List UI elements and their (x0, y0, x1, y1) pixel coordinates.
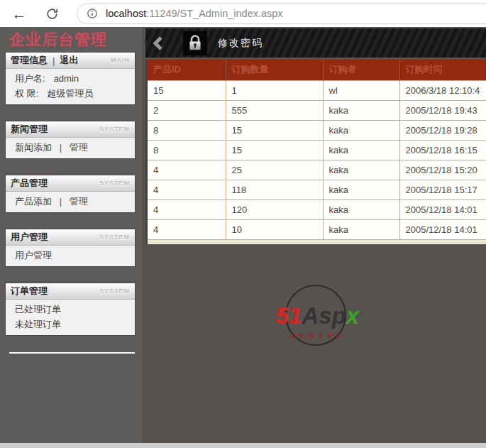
column-header-quantity: 订购数量 (226, 60, 323, 80)
cell-order-time: 2005/12/18 14:01 (399, 219, 486, 239)
table-row: 2 555 kaka 2005/12/18 19:43 (148, 100, 486, 120)
orders-table-container: 产品ID 订购数量 订购者 订购时间 15 1 wl 2006/3/18 12:… (145, 60, 486, 244)
product-box-header: 产品管理 SYSTEM (6, 175, 135, 192)
logout-link[interactable]: 退出 (60, 54, 78, 67)
system-tag: SYSTEM (99, 126, 130, 133)
logo-51: 51 (276, 302, 302, 329)
cell-quantity: 555 (226, 100, 323, 120)
logo-wordmark: 51Aspx (255, 303, 380, 329)
news-management-box: 新闻管理 SYSTEM 新闻添加 | 管理 (6, 121, 135, 158)
username-value: admin (54, 73, 79, 84)
sidebar-divider (9, 352, 135, 354)
url-host: localhost (106, 8, 146, 19)
role-label: 权 限: (15, 88, 38, 99)
user-box-title: 用户管理 (11, 231, 48, 244)
user-box-header: 用户管理 SYSTEM (6, 229, 135, 246)
logo-asp: Asp (302, 302, 346, 329)
cell-quantity: 15 (226, 120, 323, 140)
cell-order-time: 2005/12/18 16:15 (399, 140, 486, 160)
admin-info-box-body: 用户名:admin 权 限:超级管理员 (6, 69, 135, 104)
address-bar[interactable]: localhost:11249/ST_Admin_index.aspx (77, 4, 486, 24)
url-text: localhost:11249/ST_Admin_index.aspx (106, 8, 283, 19)
separator: | (60, 142, 62, 153)
news-manage-link[interactable]: 管理 (70, 142, 88, 153)
cell-order-time: 2005/12/18 19:43 (399, 100, 486, 120)
username-label: 用户名: (15, 73, 45, 84)
processed-orders-link[interactable]: 已处理订单 (15, 304, 61, 315)
product-management-box: 产品管理 SYSTEM 产品添加 | 管理 (6, 175, 135, 212)
order-management-box: 订单管理 SYSTEM 已处理订单 未处理订单 (6, 283, 135, 335)
lock-icon (187, 34, 203, 52)
orders-table: 产品ID 订购数量 订购者 订购时间 15 1 wl 2006/3/18 12:… (148, 60, 486, 239)
cell-product-id: 4 (148, 160, 226, 180)
admin-info-box-header: 管理信息 | 退出 MAIN (6, 53, 135, 69)
51aspx-logo: 51Aspx 源码服务专家 (255, 285, 380, 356)
browser-toolbar: ← localhost:11249/ST_Admin_index.aspx (0, 0, 486, 27)
table-row: 4 25 kaka 2005/12/18 15:20 (148, 160, 486, 180)
table-row: 4 118 kaka 2005/12/18 15:17 (148, 180, 486, 200)
role-value: 超级管理员 (47, 88, 93, 99)
browser-reload-button[interactable] (41, 3, 62, 24)
product-add-link[interactable]: 产品添加 (15, 196, 52, 207)
browser-back-button[interactable]: ← (9, 3, 30, 24)
system-tag: SYSTEM (99, 234, 130, 241)
change-password-label[interactable]: 修改密码 (218, 37, 263, 50)
reload-icon (45, 7, 59, 21)
user-manage-link[interactable]: 用户管理 (15, 250, 52, 261)
site-info-icon[interactable] (87, 8, 98, 19)
main-tag: MAIN (111, 57, 130, 64)
product-box-body: 产品添加 | 管理 (6, 192, 135, 212)
main-content: 修改密码 产品ID 订购数量 订购者 订购时间 15 1 (142, 27, 486, 448)
admin-info-link[interactable]: 管理信息 (11, 54, 48, 67)
table-row: 4 120 kaka 2005/12/18 14:01 (148, 200, 486, 219)
unprocessed-orders-link[interactable]: 未处理订单 (15, 319, 61, 329)
table-row: 8 15 kaka 2005/12/18 16:15 (148, 140, 486, 160)
order-box-body: 已处理订单 未处理订单 (6, 300, 135, 335)
cell-orderer: wl (323, 80, 399, 100)
back-arrow-icon: ← (12, 6, 27, 21)
cell-order-time: 2005/12/18 19:28 (399, 120, 486, 140)
cell-product-id: 8 (148, 120, 226, 140)
product-box-title: 产品管理 (11, 177, 48, 190)
horizontal-scrollbar[interactable] (0, 443, 486, 448)
table-header-row: 产品ID 订购数量 订购者 订购时间 (148, 60, 486, 80)
product-manage-link[interactable]: 管理 (70, 196, 88, 207)
collapse-sidebar-button[interactable] (152, 35, 165, 52)
cell-orderer: kaka (323, 180, 399, 200)
system-tag: SYSTEM (99, 180, 130, 187)
cell-orderer: kaka (323, 100, 399, 120)
cell-product-id: 4 (148, 200, 226, 219)
column-header-order-time: 订购时间 (399, 60, 486, 80)
logo-x: x (346, 302, 359, 329)
cell-orderer: kaka (323, 160, 399, 180)
change-password-button[interactable] (183, 31, 207, 55)
news-box-body: 新闻添加 | 管理 (6, 138, 135, 158)
cell-order-time: 2005/12/18 14:01 (399, 200, 486, 219)
news-box-title: 新闻管理 (11, 123, 48, 136)
news-links-row: 新闻添加 | 管理 (15, 140, 129, 155)
page-title: 企业后台管理 (0, 27, 142, 53)
column-header-orderer: 订购者 (323, 60, 399, 80)
url-path: :11249/ST_Admin_index.aspx (146, 8, 282, 19)
cell-quantity: 118 (226, 180, 323, 200)
table-row: 4 10 kaka 2005/12/18 14:01 (148, 219, 486, 239)
cell-orderer: kaka (323, 219, 399, 239)
table-row: 15 1 wl 2006/3/18 12:10:4 (148, 80, 486, 100)
user-links-row: 用户管理 (15, 248, 129, 263)
cell-product-id: 15 (148, 80, 226, 100)
cell-orderer: kaka (323, 140, 399, 160)
table-row: 8 15 kaka 2005/12/18 19:28 (148, 120, 486, 140)
cell-order-time: 2006/3/18 12:10:4 (399, 80, 486, 100)
user-management-box: 用户管理 SYSTEM 用户管理 (6, 229, 135, 266)
separator: | (60, 196, 62, 207)
cell-quantity: 120 (226, 200, 323, 219)
cell-quantity: 10 (226, 219, 323, 239)
top-toolbar: 修改密码 (145, 28, 486, 58)
news-add-link[interactable]: 新闻添加 (15, 142, 52, 153)
product-links-row: 产品添加 | 管理 (15, 194, 129, 209)
cell-product-id: 4 (148, 219, 226, 239)
role-row: 权 限:超级管理员 (15, 86, 129, 101)
cell-orderer: kaka (323, 200, 399, 219)
cell-product-id: 8 (148, 140, 226, 160)
sidebar: 企业后台管理 管理信息 | 退出 MAIN 用户名:admin 权 限:超级管理… (0, 27, 142, 448)
